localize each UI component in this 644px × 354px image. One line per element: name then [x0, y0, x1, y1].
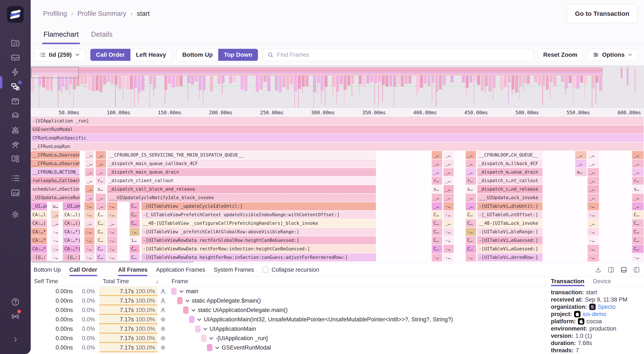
flame-frame[interactable]: -…	[107, 211, 118, 219]
flame-frame[interactable]: r…	[96, 177, 106, 185]
tab-call-order[interactable]: Call Order	[70, 263, 98, 276]
breadcrumb-profile-summary[interactable]: Profile Summary	[77, 10, 126, 18]
specto-logo[interactable]	[7, 6, 24, 23]
flame-frame[interactable]: -[_UITableV…ntOffset:]	[477, 211, 543, 219]
flame-frame[interactable]: -…	[84, 245, 95, 253]
flame-frame[interactable]: scheduler…nSection	[31, 185, 80, 193]
flame-frame[interactable]: _…	[444, 168, 454, 176]
bottom-up-button[interactable]: Bottom Up	[177, 49, 218, 61]
options-button[interactable]: Options	[587, 49, 638, 61]
flame-frame[interactable]: C…	[130, 219, 140, 227]
sidebar-item-projects[interactable]	[10, 38, 21, 49]
sidebar-item-broadcast[interactable]	[10, 311, 21, 322]
flame-frame[interactable]: _dispatch_m…ueue_drain	[477, 168, 543, 176]
flame-frame[interactable]: _dispatch_main_queue_callback_4CF	[107, 160, 376, 168]
flame-frame[interactable]: CA:…l)	[31, 211, 47, 219]
tab-bottom-up[interactable]: Bottom Up	[34, 263, 61, 276]
flame-frame[interactable]: -…	[84, 236, 95, 244]
flame-frame[interactable]: C…	[632, 228, 644, 236]
table-row[interactable]: 0.00ns0.0%7.17s100.0%UIApplicationMain	[31, 324, 545, 333]
flame-frame[interactable]: __CFRUNLOOP…CH_QUEUE__	[477, 151, 543, 159]
sidebar-expand-button[interactable]	[10, 334, 21, 345]
flame-frame[interactable]: _…	[444, 151, 454, 159]
flame-frame[interactable]: C…	[96, 253, 106, 261]
flame-frame[interactable]: -…	[588, 228, 600, 236]
flame-frame[interactable]: -…	[444, 245, 454, 253]
flame-frame[interactable]: -…	[466, 228, 476, 236]
flame-frame[interactable]: ___UIUpdate…ock_invoke	[477, 194, 543, 202]
chevron-down-icon[interactable]	[203, 326, 207, 330]
flame-frame[interactable]: C…	[632, 211, 644, 219]
flame-frame[interactable]: _…	[588, 151, 600, 159]
sidebar-item-stats[interactable]	[10, 187, 21, 198]
detail-link[interactable]: ios-demo	[583, 310, 606, 318]
flame-frame[interactable]: CA:…()	[63, 219, 80, 227]
flame-frame[interactable]: -…	[84, 228, 95, 236]
flame-frame[interactable]: -[UITableVi…eGuessed:]	[477, 245, 543, 253]
flame-frame[interactable]: -[UITableView _prefetchCellAtGlobalRow:a…	[141, 228, 376, 236]
flame-frame[interactable]: CA:…*)	[31, 228, 47, 236]
flame-frame[interactable]: s…	[632, 185, 644, 193]
flame-frame[interactable]: r…	[632, 177, 644, 185]
flame-frame[interactable]: _…	[444, 194, 454, 202]
flame-frame[interactable]: CA:…*)	[31, 236, 47, 244]
flame-frame[interactable]: __CFRunLo…Sources0	[31, 151, 80, 159]
flame-frame[interactable]: _UI…on	[63, 202, 80, 210]
flame-frame[interactable]: -…	[107, 236, 118, 244]
flame-frame[interactable]: _…	[444, 160, 454, 168]
flame-frame[interactable]: s…	[432, 185, 442, 193]
sidebar-item-dashboards[interactable]	[10, 154, 21, 165]
flame-frame[interactable]: _…	[432, 168, 442, 176]
flame-frame[interactable]: -…	[84, 202, 95, 210]
flame-frame[interactable]: _…	[588, 160, 600, 168]
flame-frame[interactable]: -[UITableViewRowData rectForRow:inSectio…	[141, 245, 376, 253]
flame-frame[interactable]: CFRunLoopRunSpecific	[31, 134, 644, 142]
flame-frame[interactable]: -[UITableViewRowData rectForGlobalRow:he…	[141, 236, 376, 244]
flame-frame[interactable]: __CFRUNLOOP_IS_SERVICING_THE_MAIN_DISPAT…	[107, 151, 376, 159]
layout-split-left-icon[interactable]	[633, 266, 640, 273]
flame-frame[interactable]: __48-[UITab…ock_invoke	[477, 219, 543, 227]
flame-frame[interactable]: runloopSo…Callback	[31, 177, 80, 185]
flame-frame[interactable]: _…	[51, 211, 59, 219]
flame-frame[interactable]: _…	[632, 194, 644, 202]
flame-frame[interactable]: _…	[85, 194, 94, 202]
flame-frame[interactable]: _…	[96, 194, 106, 202]
flame-frame[interactable]: _UI…on	[31, 202, 47, 210]
sidebar-item-activity[interactable]	[10, 173, 21, 184]
flame-frame[interactable]: CA:…*)	[31, 245, 47, 253]
chevron-down-icon[interactable]	[197, 317, 201, 321]
flame-frame[interactable]: _…	[85, 168, 94, 176]
detail-link[interactable]: Specto	[598, 303, 616, 310]
flame-frame[interactable]: C…	[466, 219, 476, 227]
chevron-down-icon[interactable]	[215, 345, 219, 349]
table-row[interactable]: 0.00ns0.0%7.17s100.0%main	[31, 287, 545, 296]
flame-frame[interactable]: _…	[632, 168, 644, 176]
flame-frame[interactable]: _…	[96, 202, 106, 210]
flame-frame[interactable]: -[_UITableViewPrefetchContext updateVisi…	[141, 211, 376, 219]
flame-frame[interactable]: -[UITableVi…bleRange:]	[477, 228, 543, 236]
collapse-recursion-checkbox[interactable]: Collapse recursion	[262, 267, 319, 273]
flame-frame[interactable]: C…	[466, 236, 476, 244]
flame-frame[interactable]: _…	[96, 160, 106, 168]
flame-frame[interactable]: -…	[51, 236, 59, 244]
flame-frame[interactable]: -…	[84, 253, 95, 261]
flame-frame[interactable]: __48-[UITableView _configureCellPrefetch…	[141, 219, 376, 227]
flame-frame[interactable]: C…	[632, 245, 644, 253]
sidebar-item-help[interactable]	[10, 296, 21, 307]
flame-frame[interactable]: _UIUpdate…uenceRun	[31, 194, 80, 202]
flame-frame[interactable]: _…	[632, 160, 644, 168]
flame-frame[interactable]: -[UIApplication _run]	[31, 117, 644, 125]
flame-frame[interactable]: _dispatch_c…nt_callout	[477, 177, 543, 185]
layout-split-bottom-icon[interactable]	[620, 266, 628, 273]
flame-frame[interactable]: _dispatch_c…nd_release	[477, 185, 543, 193]
flame-frame[interactable]: -…	[444, 211, 454, 219]
go-to-transaction-button[interactable]: Go to Transaction	[567, 5, 637, 23]
flame-frame[interactable]: -…	[107, 245, 118, 253]
flame-frame[interactable]: ___UIUpdateCycleNotifyIdle_block_invoke	[107, 194, 376, 202]
flame-frame[interactable]: _…	[444, 219, 454, 227]
flame-frame[interactable]: -[U…:]	[63, 253, 80, 261]
flame-frame[interactable]: C…	[432, 228, 442, 236]
flame-frame[interactable]: _…	[432, 202, 442, 210]
sidebar-item-alerts[interactable]	[10, 125, 21, 136]
flame-frame[interactable]: _…	[432, 151, 442, 159]
